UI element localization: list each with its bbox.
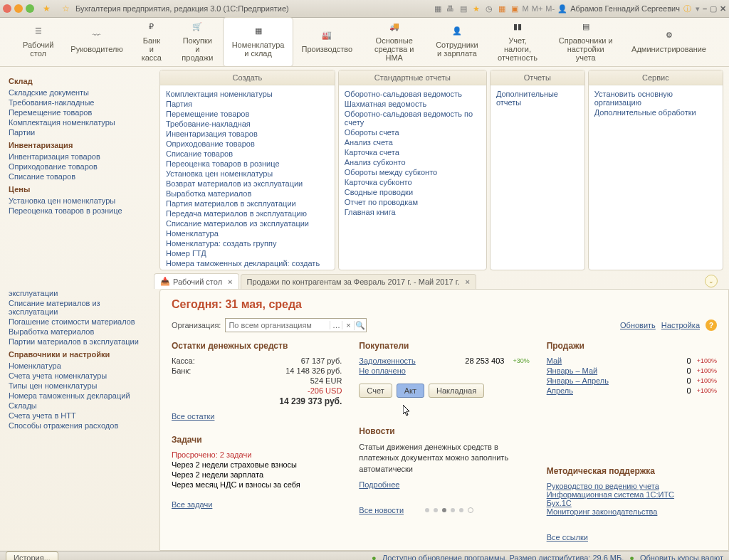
panel-link[interactable]: Комплектация номенклатуры xyxy=(166,90,329,98)
panel-link[interactable]: Переоценка товаров в рознице xyxy=(166,159,329,168)
favorite-icon[interactable]: ☆ xyxy=(62,4,70,14)
side-link[interactable]: Номера таможенных деклараций xyxy=(9,391,151,400)
tab-close-icon[interactable]: × xyxy=(228,278,232,286)
panel-link[interactable]: Дополнительные обработки xyxy=(594,108,717,117)
panel-link[interactable]: Номенклатура: создать группу xyxy=(166,239,329,248)
nav-bank[interactable]: ₽Банк и касса xyxy=(132,18,172,66)
news-pager[interactable] xyxy=(425,507,473,513)
m-plus2[interactable]: M+ xyxy=(532,4,543,13)
sales-period-link[interactable]: Январь – Апрель xyxy=(547,376,609,385)
org-combo[interactable]: … × 🔍 xyxy=(225,318,367,332)
all-tasks-link[interactable]: Все задачи xyxy=(172,500,212,509)
nav-admin[interactable]: ⚙Администрирование xyxy=(623,18,715,66)
btn-akt[interactable]: Акт xyxy=(397,384,424,398)
side-link[interactable]: Возвраты материалов из эксплуатации xyxy=(9,289,151,297)
side-link[interactable]: Выработка материалов xyxy=(9,327,151,336)
panel-link[interactable]: Требование-накладная xyxy=(166,120,329,128)
side-link[interactable]: Партии xyxy=(9,128,151,137)
m-minus[interactable]: M- xyxy=(545,4,555,13)
doc-icon[interactable]: ▤ xyxy=(458,4,468,14)
side-link[interactable]: Комплектация номенклатуры xyxy=(9,118,151,127)
org-search-icon[interactable]: 🔍 xyxy=(354,321,366,330)
org-input[interactable] xyxy=(226,321,330,329)
max-btn[interactable]: ▢ xyxy=(710,4,717,14)
panel-link[interactable]: Обороты счета xyxy=(345,128,481,137)
cal-icon[interactable]: ▣ xyxy=(510,4,520,14)
support-link[interactable]: Информационная система 1С:ИТС xyxy=(547,490,674,499)
panel-link[interactable]: Номенклатура xyxy=(166,229,329,238)
panel-link[interactable]: Списание материалов из эксплуатации xyxy=(166,219,329,228)
panel-link[interactable]: Дополнительные отчеты xyxy=(496,90,579,107)
help-icon[interactable]: ? xyxy=(706,319,717,331)
side-link[interactable]: Оприходование товаров xyxy=(9,162,151,171)
panel-link[interactable]: Карточка счета xyxy=(345,148,481,157)
nav-production[interactable]: 🏭Производство xyxy=(293,18,361,66)
side-link[interactable]: Номенклатура xyxy=(9,361,151,370)
panel-link[interactable]: Номер ГТД xyxy=(166,249,329,258)
side-link[interactable]: Типы цен номенклатуры xyxy=(9,381,151,390)
sales-period-link[interactable]: Январь – Май xyxy=(547,366,597,375)
sales-period-link[interactable]: Май xyxy=(547,356,562,365)
close-btn[interactable]: ✕ xyxy=(720,4,726,14)
side-link[interactable]: Способы отражения расходов xyxy=(9,421,151,430)
panel-link[interactable]: Отчет по проводкам xyxy=(345,198,481,206)
panel-link[interactable]: Установка цен номенклатуры xyxy=(166,169,329,178)
org-ellipsis-icon[interactable]: … xyxy=(330,321,342,329)
nav-tax[interactable]: ▮▮Учет, налоги, отчетность xyxy=(487,18,549,66)
nav-sales[interactable]: 🛒Покупки и продажи xyxy=(172,18,224,66)
panel-link[interactable]: Оборотно-сальдовая ведомость xyxy=(345,90,481,98)
nav-hr[interactable]: 👤Сотрудники и зарплата xyxy=(427,18,487,66)
close-window[interactable] xyxy=(3,4,11,13)
m-plus[interactable]: M xyxy=(523,4,529,13)
unpaid-link[interactable]: Не оплачено xyxy=(359,366,406,375)
panel-link[interactable]: Партия xyxy=(166,100,329,108)
update-link[interactable]: Доступно обновление программы. Размер ди… xyxy=(382,554,624,560)
sales-period-link[interactable]: Апрель xyxy=(547,386,573,395)
panel-link[interactable]: Главная книга xyxy=(345,208,481,216)
grid-icon[interactable]: ▦ xyxy=(433,4,443,14)
side-link[interactable]: Инвентаризация товаров xyxy=(9,152,151,161)
side-link[interactable]: Складские документы xyxy=(9,88,151,97)
panel-link[interactable]: Шахматная ведомость xyxy=(345,100,481,108)
tab-chevron-icon[interactable]: ⌄ xyxy=(705,275,718,287)
side-link[interactable]: Перемещение товаров xyxy=(9,108,151,117)
panel-link[interactable]: Выработка материалов xyxy=(166,189,329,198)
refresh-link[interactable]: Обновить xyxy=(620,321,656,329)
side-link[interactable]: Партии материалов в эксплуатации xyxy=(9,337,151,346)
side-link[interactable]: Погашение стоимости материалов xyxy=(9,317,151,326)
debt-link[interactable]: Задолженность xyxy=(359,356,416,365)
side-link[interactable]: Склады xyxy=(9,401,151,410)
info-icon[interactable]: ⓘ xyxy=(683,4,693,14)
all-balances-link[interactable]: Все остатки xyxy=(172,412,214,421)
btn-schet[interactable]: Счет xyxy=(359,384,392,398)
nav-manager[interactable]: 〰Руководителю xyxy=(62,18,131,66)
tab-close-icon[interactable]: × xyxy=(466,278,470,286)
panel-link[interactable]: Инвентаризация товаров xyxy=(166,130,329,138)
nav-stock[interactable]: ▦Номенклатура и склад xyxy=(224,18,293,66)
panel-link[interactable]: Анализ счета xyxy=(345,138,481,147)
minimize-window[interactable] xyxy=(14,4,23,13)
tab-desktop[interactable]: 📥 Рабочий стол × xyxy=(154,273,239,289)
clock-icon[interactable]: ◷ xyxy=(484,4,494,14)
rates-link[interactable]: Обновить курсы валют xyxy=(640,554,723,560)
btn-nakl[interactable]: Накладная xyxy=(429,384,484,398)
side-link[interactable]: Переоценка товаров в рознице xyxy=(9,206,151,215)
dropdown-icon[interactable]: ▾ xyxy=(696,4,700,14)
panel-link[interactable]: Передача материалов в эксплуатацию xyxy=(166,209,329,218)
calc-icon[interactable]: ▦ xyxy=(497,4,507,14)
history-button[interactable]: История... xyxy=(6,551,58,560)
settings-link[interactable]: Настройка xyxy=(661,321,700,329)
news-more-link[interactable]: Подробнее xyxy=(359,480,399,489)
org-clear-icon[interactable]: × xyxy=(342,321,354,329)
all-news-link[interactable]: Все новости xyxy=(359,506,404,514)
panel-link[interactable]: Возврат материалов из эксплуатации xyxy=(166,179,329,188)
panel-link[interactable]: Обороты между субконто xyxy=(345,168,481,176)
nav-refs[interactable]: ▤Справочники и настройки учета xyxy=(548,18,623,66)
panel-link[interactable]: Сводные проводки xyxy=(345,188,481,196)
tab-sales-report[interactable]: Продажи по контрагентам за Февраль 2017 … xyxy=(241,274,476,289)
side-link[interactable]: Требования-накладные xyxy=(9,98,151,107)
nav-desktop[interactable]: ☰Рабочий стол xyxy=(14,18,62,66)
panel-link[interactable]: Оборотно-сальдовая ведомость по счету xyxy=(345,110,481,127)
panel-link[interactable]: Карточка субконто xyxy=(345,178,481,186)
username[interactable]: Абрамов Геннадий Сергеевич xyxy=(570,4,680,13)
